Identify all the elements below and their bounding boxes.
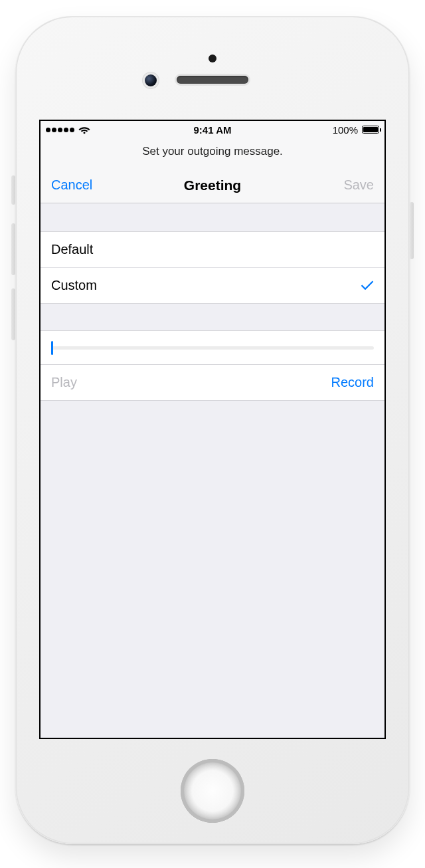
- battery-percentage: 100%: [333, 124, 358, 136]
- status-bar: 9:41 AM 100%: [41, 121, 384, 138]
- checkmark-icon: [361, 278, 374, 293]
- progress-track: [51, 346, 374, 350]
- nav-bar: Cancel Greeting Save: [41, 167, 384, 203]
- home-button[interactable]: [181, 759, 244, 823]
- proximity-sensor: [209, 54, 216, 62]
- hint-text: Set your outgoing message.: [41, 138, 384, 167]
- section-gap: [41, 304, 384, 330]
- iphone-frame: 9:41 AM 100% Set your outgoing message. …: [15, 16, 410, 844]
- playback-progress[interactable]: [41, 330, 384, 365]
- progress-thumb[interactable]: [51, 341, 53, 355]
- play-button: Play: [51, 375, 77, 390]
- section-gap: [41, 203, 384, 231]
- front-camera: [145, 74, 157, 86]
- volume-up-button: [11, 223, 15, 275]
- battery-icon: [361, 126, 379, 134]
- volume-down-button: [11, 288, 15, 340]
- greeting-option-custom[interactable]: Custom: [41, 267, 384, 304]
- screen: 9:41 AM 100% Set your outgoing message. …: [39, 120, 386, 739]
- playback-controls: Play Record: [41, 365, 384, 401]
- record-button[interactable]: Record: [331, 375, 374, 390]
- greeting-option-default[interactable]: Default: [41, 231, 384, 268]
- signal-strength-icon: [46, 128, 74, 132]
- wifi-icon: [78, 126, 90, 134]
- earpiece-speaker: [177, 76, 248, 84]
- mute-switch: [11, 175, 15, 205]
- greeting-option-label: Default: [51, 242, 93, 257]
- nav-title: Greeting: [41, 177, 384, 193]
- greeting-option-label: Custom: [51, 278, 97, 293]
- power-button: [410, 202, 414, 259]
